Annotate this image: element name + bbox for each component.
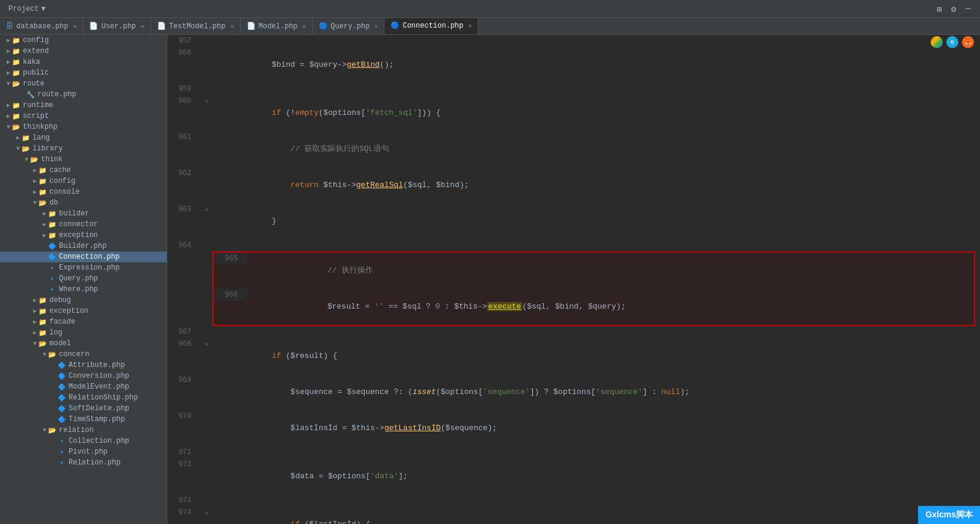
- sidebar-item-route[interactable]: ▼ 📂 route: [0, 78, 167, 89]
- sidebar: ▶ 📁 config ▶ 📁 extend ▶ 📁 kaka ▶ 📁 publi…: [0, 35, 167, 524]
- tab-query[interactable]: 🔵 Query.php ✕: [313, 18, 385, 35]
- sidebar-item-collection[interactable]: 🔹 Collection.php: [0, 436, 167, 446]
- line-content: if (!empty($options['fetch_sql'])) {: [212, 95, 980, 131]
- sidebar-label: script: [23, 112, 49, 120]
- tab-close-database[interactable]: ✕: [73, 23, 76, 30]
- tab-close-testmodel[interactable]: ✕: [230, 23, 234, 30]
- minimize-icon[interactable]: ─: [966, 4, 975, 14]
- layout-icon[interactable]: ⊞: [937, 4, 946, 14]
- folder-open-icon: 📂: [30, 156, 39, 164]
- project-dropdown[interactable]: Project ▼: [5, 4, 49, 14]
- line-number: 957: [167, 35, 200, 47]
- folder-icon: 📁: [48, 232, 57, 239]
- tab-close-connection[interactable]: ✕: [468, 22, 472, 29]
- sidebar-item-exception2[interactable]: ▶ 📁 exception: [0, 306, 167, 316]
- ie-icon[interactable]: e: [946, 36, 958, 48]
- sidebar-item-think[interactable]: ▼ 📂 think: [0, 154, 167, 165]
- tab-database[interactable]: 🗄 database.php ✕: [0, 18, 83, 35]
- sidebar-item-route-php[interactable]: 🔧 route.php: [0, 89, 167, 100]
- sidebar-item-extend[interactable]: ▶ 📁 extend: [0, 46, 167, 57]
- tab-user[interactable]: 📄 User.php ✕: [83, 18, 151, 35]
- sidebar-item-public[interactable]: ▶ 📁 public: [0, 67, 167, 78]
- arrow-icon: ▼: [5, 124, 12, 131]
- sidebar-item-builder-php[interactable]: 🔷 Builder.php: [0, 241, 167, 251]
- sidebar-item-lang[interactable]: ▶ 📁 lang: [0, 132, 167, 143]
- sidebar-item-config2[interactable]: ▶ 📁 config: [0, 176, 167, 186]
- tab-label-testmodel: TestModel.php: [169, 22, 226, 31]
- sidebar-item-model[interactable]: ▼ 📂 model: [0, 338, 167, 349]
- line-gutter: ⬦: [200, 338, 212, 351]
- sidebar-item-connection-php[interactable]: 🔷 Connection.php: [0, 251, 167, 262]
- code-area[interactable]: 957 958 $bind = $query->getBind(); 959 9…: [167, 35, 980, 524]
- watermark-text: Gxlcms脚本: [925, 510, 973, 519]
- arrow-icon: ▶: [41, 210, 48, 217]
- sidebar-item-config[interactable]: ▶ 📁 config: [0, 35, 167, 46]
- tab-close-model[interactable]: ✕: [303, 23, 306, 30]
- tab-model[interactable]: 📄 Model.php ✕: [241, 18, 313, 35]
- line-content: if ($lastInsId) {: [212, 507, 980, 524]
- sidebar-item-connector[interactable]: ▶ 📁 connector: [0, 219, 167, 230]
- code-line-958: 958 $bind = $query->getBind();: [167, 47, 980, 83]
- sidebar-item-attribute[interactable]: 🔷 Attribute.php: [0, 360, 167, 371]
- chrome-icon[interactable]: [931, 36, 943, 48]
- sidebar-item-expression-php[interactable]: 🔹 Expression.php: [0, 262, 167, 273]
- tab-label-connection: Connection.php: [402, 22, 463, 30]
- bookmark-icon: ⬦: [205, 205, 209, 214]
- tab-close-user[interactable]: ✕: [141, 23, 144, 30]
- sidebar-label: builder: [59, 209, 89, 218]
- watermark: Gxlcms脚本: [918, 506, 980, 524]
- sidebar-item-runtime[interactable]: ▶ 📁 runtime: [0, 100, 167, 111]
- sidebar-item-debug[interactable]: ▶ 📁 debug: [0, 295, 167, 306]
- code-line-961: 961 // 获取实际执行的SQL语句: [167, 131, 980, 167]
- sidebar-label: Builder.php: [59, 242, 106, 250]
- arrow-icon: ▶: [41, 221, 48, 228]
- sidebar-item-exception[interactable]: ▶ 📁 exception: [0, 230, 167, 241]
- sidebar-label: lang: [32, 134, 50, 142]
- line-number: 973: [167, 495, 200, 507]
- sidebar-item-relationship[interactable]: 🔷 RelationShip.php: [0, 392, 167, 403]
- line-number: 971: [167, 446, 200, 458]
- folder-open-icon: 📂: [22, 145, 30, 153]
- sidebar-item-script[interactable]: ▶ 📁 script: [0, 111, 167, 122]
- sidebar-item-console[interactable]: ▶ 📁 console: [0, 186, 167, 197]
- sidebar-item-softdelete[interactable]: 🔷 SoftDelete.php: [0, 403, 167, 414]
- sidebar-item-log[interactable]: ▶ 📁 log: [0, 327, 167, 338]
- sidebar-item-concern[interactable]: ▼ 📂 concern: [0, 349, 167, 360]
- code-line-960: 960 ⬦ if (!empty($options['fetch_sql']))…: [167, 95, 980, 131]
- tab-connection[interactable]: 🔵 Connection.php ✕: [384, 18, 478, 35]
- sidebar-item-kaka[interactable]: ▶ 📁 kaka: [0, 57, 167, 67]
- sidebar-item-builder[interactable]: ▶ 📁 builder: [0, 208, 167, 219]
- sidebar-item-modelevent[interactable]: 🔷 ModelEvent.php: [0, 381, 167, 392]
- code-line-968: 968 ⬦ if ($result) {: [167, 338, 980, 374]
- sidebar-label: Where.php: [59, 285, 98, 294]
- sidebar-item-cache[interactable]: ▶ 📁 cache: [0, 165, 167, 176]
- line-number: 974: [167, 507, 200, 519]
- php-icon-connection: 🔷: [48, 253, 57, 261]
- sidebar-item-db[interactable]: ▼ 📂 db: [0, 197, 167, 208]
- sidebar-item-library[interactable]: ▼ 📂 library: [0, 143, 167, 154]
- folder-open-icon: 📂: [39, 340, 47, 348]
- tab-testmodel[interactable]: 📄 TestModel.php ✕: [151, 18, 241, 35]
- arrow-icon: ▶: [5, 69, 12, 76]
- line-content: }: [212, 203, 980, 239]
- sidebar-label: think: [41, 155, 63, 164]
- sidebar-item-thinkphp[interactable]: ▼ 📂 thinkphp: [0, 122, 167, 132]
- sidebar-item-conversion[interactable]: 🔷 Conversion.php: [0, 371, 167, 381]
- tab-close-query[interactable]: ✕: [374, 23, 378, 30]
- sidebar-item-where-php[interactable]: 🔹 Where.php: [0, 284, 167, 295]
- line-number: 960: [167, 95, 200, 107]
- dropdown-arrow: ▼: [41, 5, 45, 13]
- tab-icon-model: 📄: [247, 22, 256, 31]
- sidebar-item-facade[interactable]: ▶ 📁 facade: [0, 316, 167, 327]
- sidebar-item-pivot[interactable]: 🔹 Pivot.php: [0, 446, 167, 457]
- arrow-icon: ▶: [31, 329, 39, 336]
- sidebar-item-relation[interactable]: 🔹 Relation.php: [0, 457, 167, 468]
- sidebar-item-timestamp[interactable]: 🔷 TimeStamp.php: [0, 414, 167, 425]
- sidebar-item-relation-folder[interactable]: ▼ 📂 relation: [0, 425, 167, 436]
- tab-icon-user: 📄: [89, 22, 98, 31]
- firefox-icon[interactable]: 🦊: [962, 36, 974, 48]
- settings-icon[interactable]: ⚙: [951, 4, 961, 14]
- line-content: $lastInsId = $this->getLastInsID($sequen…: [212, 410, 980, 446]
- line-content: return $this->getRealSql($sql, $bind);: [212, 167, 980, 203]
- sidebar-item-query-php[interactable]: 🔹 Query.php: [0, 273, 167, 284]
